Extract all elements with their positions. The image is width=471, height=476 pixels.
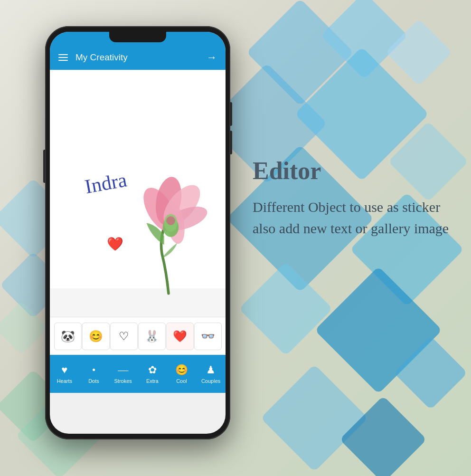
volume-down-button: [230, 131, 232, 154]
sticker-animal-button[interactable]: 🐰: [138, 323, 166, 350]
flower-image: [121, 174, 216, 298]
cool-nav-label: Cool: [176, 378, 187, 384]
canvas-area[interactable]: Indra ❤️: [50, 70, 226, 317]
sticker-face-button[interactable]: 🐼: [54, 323, 82, 350]
phone-body: My Creativity → Indra ❤️: [45, 26, 230, 439]
couples-nav-label: Couples: [201, 378, 220, 384]
strokes-nav-label: Strokes: [114, 378, 132, 384]
dots-nav-label: Dots: [88, 378, 99, 384]
editor-title: Editor: [253, 157, 452, 185]
couples-nav-icon: ♟: [206, 364, 216, 376]
hamburger-menu-button[interactable]: [58, 54, 68, 61]
sticker-red-heart-button[interactable]: ❤️: [166, 323, 194, 350]
phone-screen: My Creativity → Indra ❤️: [50, 32, 226, 434]
cool-nav-icon: 😊: [175, 364, 188, 376]
hearts-nav-label: Hearts: [57, 378, 72, 384]
nav-hearts[interactable]: ♥ Hearts: [51, 364, 77, 384]
nav-extra[interactable]: ✿ Extra: [139, 364, 165, 384]
editor-description: Different Object to use as sticker also …: [253, 196, 452, 239]
right-panel: Editor Different Object to use as sticke…: [253, 157, 452, 239]
dots-nav-icon: •: [92, 364, 96, 376]
nav-dots[interactable]: • Dots: [81, 364, 107, 384]
extra-nav-label: Extra: [146, 378, 159, 384]
power-button: [43, 150, 45, 183]
strokes-nav-icon: —: [118, 364, 128, 376]
nav-cool[interactable]: 😊 Cool: [169, 364, 195, 384]
sticker-heart-button[interactable]: ♡: [110, 323, 138, 350]
app-header: My Creativity →: [50, 45, 226, 70]
app-title: My Creativity: [75, 52, 199, 63]
volume-up-button: [230, 102, 232, 126]
sticker-glasses-button[interactable]: 👓: [194, 323, 222, 350]
forward-arrow-icon[interactable]: →: [207, 51, 217, 64]
sticker-toolbar: 🐼 😊 ♡ 🐰 ❤️ 👓: [50, 317, 226, 355]
sticker-emoji-button[interactable]: 😊: [82, 323, 110, 350]
phone-mockup: My Creativity → Indra ❤️: [45, 26, 230, 439]
extra-nav-icon: ✿: [148, 364, 157, 376]
bottom-navigation: ♥ Hearts • Dots — Strokes ✿ Extra 😊 C: [50, 355, 226, 393]
nav-strokes[interactable]: — Strokes: [110, 364, 136, 384]
hearts-nav-icon: ♥: [61, 364, 67, 376]
nav-couples[interactable]: ♟ Couples: [198, 364, 224, 384]
svg-point-8: [166, 216, 175, 225]
phone-notch: [109, 32, 166, 42]
